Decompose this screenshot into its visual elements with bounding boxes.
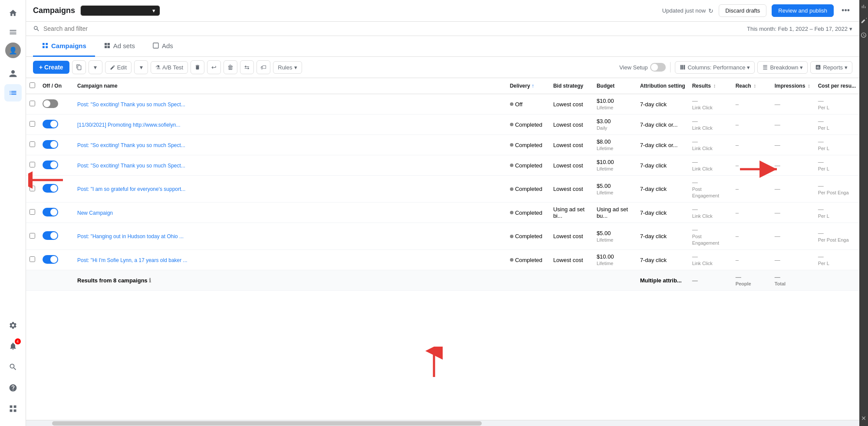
cost-per-result: —Per L: [815, 94, 859, 115]
th-bid: Bid strategy: [550, 78, 593, 94]
row-toggle[interactable]: [43, 255, 58, 264]
th-budget: Budget: [593, 78, 637, 94]
toolbar: + Create ▾ Edit ▾ ⚗ A/B Test ↩ 🗑 ⇆ 🏷 Rul: [26, 57, 859, 78]
sidebar-item-grid[interactable]: [4, 400, 22, 417]
campaign-name-link[interactable]: Post: "I am so grateful for everyone's s…: [77, 186, 185, 192]
campaign-name-link[interactable]: Post: "Hi I'm Sofie Lynn, a 17 years old…: [77, 257, 187, 263]
breakdown-button[interactable]: Breakdown ▾: [757, 61, 808, 74]
tag-button[interactable]: 🏷: [256, 60, 270, 74]
attribution-setting: 7-day click: [637, 203, 689, 223]
ab-test-label: A/B Test: [162, 64, 183, 71]
horizontal-scrollbar[interactable]: [26, 420, 859, 426]
reach: –: [732, 203, 771, 223]
row-toggle[interactable]: [43, 140, 58, 149]
toggle-thumb: [50, 209, 57, 216]
right-pencil-icon[interactable]: [861, 18, 867, 25]
review-publish-button[interactable]: Review and publish: [772, 4, 834, 17]
row-toggle[interactable]: [43, 231, 58, 240]
breakdown-arrow: ▾: [800, 64, 803, 71]
impressions: —: [771, 203, 815, 223]
row-checkbox[interactable]: [30, 256, 35, 262]
toggle-thumb: [50, 161, 57, 168]
copy-button[interactable]: [72, 60, 86, 74]
campaign-name-link[interactable]: Post: "So exciting! Thank you so much Sp…: [77, 163, 185, 169]
right-chart-icon[interactable]: [861, 3, 867, 11]
table-row: Post: "Hanging out in Hudson today at Oh…: [26, 223, 859, 250]
row-checkbox[interactable]: [30, 162, 35, 167]
th-delivery[interactable]: Delivery ↑: [506, 78, 550, 94]
top-bar: Campaigns ████████████████ ▾ Updated jus…: [26, 0, 859, 22]
edit-button[interactable]: Edit: [105, 61, 132, 74]
discard-drafts-button[interactable]: Discard drafts: [719, 4, 766, 17]
sidebar-item-menu[interactable]: [4, 23, 22, 41]
campaign-name-link[interactable]: Post: "Hanging out in Hudson today at Oh…: [77, 233, 184, 239]
footer-reach: — People: [732, 270, 771, 291]
reports-button[interactable]: Reports ▾: [810, 61, 852, 74]
view-setup-toggle[interactable]: [650, 63, 666, 72]
create-button[interactable]: + Create: [33, 61, 69, 74]
delivery-status: Completed: [510, 210, 546, 216]
toolbar-divider-1: [670, 62, 671, 72]
status-dot: [510, 211, 513, 214]
refresh-icon[interactable]: ↻: [708, 7, 713, 14]
ads-tab-label: Ads: [162, 42, 173, 49]
row-toggle[interactable]: [43, 120, 58, 128]
toggle-thumb: [651, 64, 658, 71]
tab-campaigns[interactable]: Campaigns: [33, 36, 95, 57]
budget: $5.00Lifetime: [593, 176, 637, 203]
attribution-setting: 7-day click: [637, 176, 689, 203]
row-checkbox[interactable]: [30, 121, 35, 127]
campaign-name-link[interactable]: [11/30/2021] Promoting http://www.sofiel…: [77, 122, 180, 128]
campaign-selector[interactable]: ████████████████ ▾: [80, 5, 160, 16]
row-toggle[interactable]: [43, 184, 58, 193]
more-options-button[interactable]: •••: [839, 4, 852, 17]
sidebar-item-help[interactable]: [4, 379, 22, 397]
tab-ad-sets[interactable]: Ad sets: [95, 36, 144, 57]
duplicate-button[interactable]: ⇆: [240, 60, 254, 74]
campaign-name-link[interactable]: New Campaign: [77, 210, 113, 216]
row-checkbox[interactable]: [30, 101, 35, 106]
sidebar-item-search[interactable]: [4, 358, 22, 376]
scrollbar-thumb[interactable]: [52, 421, 482, 426]
right-clock-icon[interactable]: [861, 32, 867, 39]
sidebar-item-people[interactable]: [4, 65, 22, 82]
copy-arrow-button[interactable]: ▾: [89, 60, 102, 74]
select-all-checkbox[interactable]: [30, 82, 35, 88]
results: —Post Engagement: [689, 176, 732, 203]
rules-button[interactable]: Rules ▾: [273, 61, 302, 74]
row-checkbox[interactable]: [30, 186, 35, 191]
sidebar-item-campaigns[interactable]: [4, 84, 22, 102]
sidebar-item-settings[interactable]: [4, 317, 22, 334]
cost-per-result: —Per L: [815, 155, 859, 176]
sidebar-item-notifications[interactable]: 4: [4, 338, 22, 355]
columns-button[interactable]: Columns: Performance ▾: [675, 61, 755, 74]
row-toggle[interactable]: [43, 99, 58, 108]
row-toggle[interactable]: [43, 161, 58, 169]
user-avatar[interactable]: 👤: [5, 43, 21, 58]
th-name[interactable]: Campaign name: [74, 78, 506, 94]
table-row: Post: "So exciting! Thank you so much Sp…: [26, 135, 859, 155]
campaign-name-link[interactable]: Post: "So exciting! Thank you so much Sp…: [77, 142, 185, 148]
results: —Link Click: [689, 155, 732, 176]
row-toggle[interactable]: [43, 208, 58, 216]
row-checkbox[interactable]: [30, 233, 35, 239]
row-checkbox[interactable]: [30, 141, 35, 147]
trash-button[interactable]: 🗑: [224, 60, 237, 74]
undo-button[interactable]: ↩: [207, 60, 221, 74]
footer-info-icon[interactable]: ℹ: [149, 277, 151, 284]
sidebar-item-home[interactable]: [4, 4, 22, 22]
bottom-arrow-indicator: [417, 347, 451, 383]
edit-arrow-button[interactable]: ▾: [134, 60, 148, 74]
tab-ads[interactable]: Ads: [144, 36, 182, 57]
campaign-name-link[interactable]: Post: "So exciting! Thank you so much Sp…: [77, 102, 185, 108]
status-dot: [510, 164, 513, 167]
toggle-thumb: [50, 256, 57, 263]
delete-button[interactable]: [191, 60, 204, 74]
right-close-icon[interactable]: [861, 415, 867, 423]
date-range-selector[interactable]: This month: Feb 1, 2022 – Feb 17, 2022 ▾: [747, 26, 852, 32]
search-input[interactable]: [43, 25, 392, 32]
row-checkbox[interactable]: [30, 209, 35, 215]
toggle-thumb: [50, 232, 57, 239]
ads-tab-icon: [152, 42, 159, 49]
ab-test-button[interactable]: ⚗ A/B Test: [151, 61, 188, 74]
